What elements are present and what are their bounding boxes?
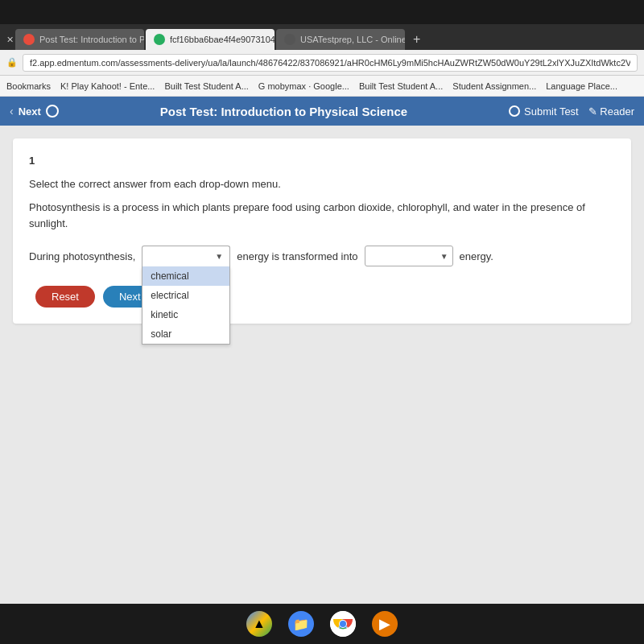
address-bar: 🔒	[0, 50, 644, 76]
submit-test-button[interactable]: Submit Test	[509, 105, 579, 118]
bookmark-kahoot[interactable]: K! Play Kahoot! - Ente...	[60, 81, 155, 91]
reader-icon: ✎	[588, 105, 597, 118]
fill-in-middle: energy is transformed into	[237, 250, 357, 262]
question-card: 1 Select the correct answer from each dr…	[13, 138, 631, 324]
fill-in-row: During photosynthesis, ▼ chemical electr…	[29, 246, 615, 266]
play-symbol: ▶	[379, 615, 390, 633]
tab-label-1: Post Test: Introduction to Physic	[39, 35, 144, 44]
chrome-svg	[330, 611, 356, 637]
dropdown1-arrow-icon: ▼	[215, 252, 223, 261]
tab-usatestprep[interactable]: USATestprep, LLC - Online State... ✕	[276, 29, 405, 50]
tab-fcf[interactable]: fcf16bba6bae4f4e90731046055... ✕	[146, 29, 275, 50]
toolbar-actions: Submit Test ✎ Reader	[509, 105, 634, 118]
dropdown1-option-solar[interactable]: solar	[142, 324, 229, 344]
question-number: 1	[29, 155, 615, 167]
tab-label-2: fcf16bba6bae4f4e90731046055...	[170, 35, 275, 44]
bookmark-language[interactable]: Language Place...	[546, 81, 617, 91]
dropdown1-trigger[interactable]: ▼	[142, 246, 230, 266]
taskbar-files-icon[interactable]: 📁	[288, 611, 314, 637]
tab-label-3: USATestprep, LLC - Online State...	[300, 35, 405, 44]
reader-button[interactable]: ✎ Reader	[588, 105, 634, 118]
browser-chrome: ✕ Post Test: Introduction to Physic ✕ fc…	[0, 24, 644, 97]
bookmark-mobymax[interactable]: G mobymax · Google...	[258, 81, 349, 91]
bookmark-bookmarks[interactable]: Bookmarks	[6, 81, 51, 91]
app-toolbar: ‹ Next Post Test: Introduction to Physic…	[0, 97, 644, 126]
buttons-row: Reset Next	[35, 286, 615, 308]
svg-point-3	[340, 621, 346, 627]
taskbar: ▲ 📁 ▶	[0, 604, 644, 644]
tab-post-test[interactable]: Post Test: Introduction to Physic ✕	[15, 29, 144, 50]
reset-button[interactable]: Reset	[35, 286, 95, 308]
dropdown1-option-chemical[interactable]: chemical	[142, 266, 229, 286]
tab-icon-2	[154, 34, 165, 45]
dropdown2-select[interactable]: chemical electrical kinetic solar	[365, 246, 453, 266]
files-symbol: 📁	[293, 617, 309, 632]
new-tab-button[interactable]: +	[407, 32, 427, 47]
toolbar-next-label[interactable]: Next	[19, 105, 41, 118]
reader-label: Reader	[600, 105, 634, 118]
page-title: Post Test: Introduction to Physical Scie…	[68, 105, 499, 118]
toolbar-nav: ‹ Next	[10, 105, 59, 118]
content-area: 1 Select the correct answer from each dr…	[0, 126, 644, 620]
dropdown1-container: ▼ chemical electrical kinetic solar	[142, 246, 230, 266]
taskbar-drive-icon[interactable]: ▲	[246, 611, 272, 637]
dropdown2-container: chemical electrical kinetic solar ▼	[365, 246, 453, 266]
top-bar	[0, 0, 644, 24]
fill-in-prefix: During photosynthesis,	[29, 250, 135, 262]
dropdown1-option-electrical[interactable]: electrical	[142, 286, 229, 305]
bookmarks-bar: Bookmarks K! Play Kahoot! - Ente... Buil…	[0, 76, 644, 97]
dropdown1-option-kinetic[interactable]: kinetic	[142, 305, 229, 324]
bookmark-student[interactable]: Student Assignmen...	[452, 81, 536, 91]
taskbar-chrome-icon[interactable]	[330, 611, 356, 637]
lock-icon: 🔒	[6, 57, 18, 68]
fill-in-suffix: energy.	[460, 250, 493, 262]
submit-test-label: Submit Test	[524, 105, 579, 118]
toolbar-circle-icon	[46, 105, 59, 118]
dropdown1-menu: chemical electrical kinetic solar	[142, 266, 230, 345]
prev-arrow[interactable]: ‹	[10, 105, 14, 118]
submit-circle-icon	[509, 105, 520, 117]
drive-symbol: ▲	[253, 617, 266, 631]
taskbar-play-icon[interactable]: ▶	[372, 611, 398, 637]
bookmark-built2[interactable]: Built Test Student A...	[359, 81, 443, 91]
passage-text: Photosynthesis is a process in which pla…	[29, 200, 615, 231]
address-input[interactable]	[23, 54, 638, 72]
tab-bar: ✕ Post Test: Introduction to Physic ✕ fc…	[0, 24, 644, 50]
tab-icon-3	[284, 34, 295, 45]
tab-icon-1	[23, 34, 35, 45]
bookmark-built1[interactable]: Built Test Student A...	[164, 81, 248, 91]
instruction-text: Select the correct answer from each drop…	[29, 178, 615, 190]
tab-close-all[interactable]: ✕	[6, 35, 14, 45]
